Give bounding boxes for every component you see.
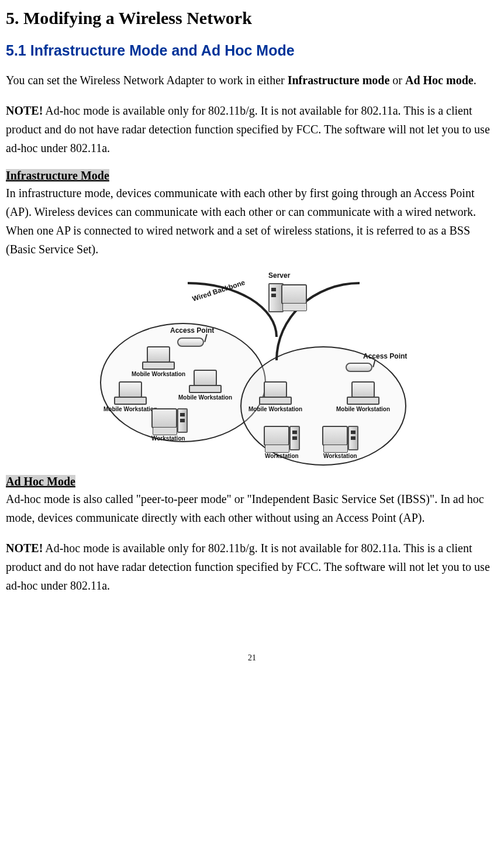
mobile-ws-label: Mobile Workstation xyxy=(336,406,390,412)
mobile-ws-label: Mobile Workstation xyxy=(178,394,232,401)
access-point-left-icon xyxy=(177,337,204,347)
section-title: 5. Modifying a Wireless Network xyxy=(6,8,498,28)
note-label: NOTE! xyxy=(6,542,43,555)
server-monitor-icon xyxy=(281,284,308,311)
workstation-label: Workstation xyxy=(265,453,299,459)
mobile-ws-label: Mobile Workstation xyxy=(132,371,185,377)
access-point-right-label: Access Point xyxy=(363,352,407,360)
intro-text: You can set the Wireless Network Adapter… xyxy=(6,74,288,87)
intro-paragraph: You can set the Wireless Network Adapter… xyxy=(6,71,498,89)
mobile-ws-label: Mobile Workstation xyxy=(103,406,157,412)
intro-mid: or xyxy=(389,74,405,87)
note-label: NOTE! xyxy=(6,104,43,117)
infra-head: Infrastructure Mode xyxy=(6,169,109,182)
workstation-label: Workstation xyxy=(151,435,185,442)
workstation-label: Workstation xyxy=(323,453,357,459)
workstation-icon xyxy=(322,426,349,453)
mobile-ws-label: Mobile Workstation xyxy=(248,406,302,412)
infra-body: In infrastructure mode, devices communic… xyxy=(6,184,498,259)
intro-bold-1: Infrastructure mode xyxy=(288,74,390,87)
infra-head-wrap: Infrastructure Mode xyxy=(6,169,498,182)
adhoc-head-wrap: Ad Hoc Mode xyxy=(6,475,498,488)
workstation-tower-icon xyxy=(348,426,358,450)
diagram-container: Server Wired Backbone Access Point Acces… xyxy=(6,270,498,469)
workstation-tower-icon xyxy=(289,426,300,450)
laptop-icon xyxy=(141,346,174,370)
note-body: Ad-hoc mode is available only for 802.11… xyxy=(6,104,490,154)
laptop-icon xyxy=(113,381,146,405)
note-paragraph-2: NOTE! Ad-hoc mode is available only for … xyxy=(6,539,498,595)
access-point-right-icon xyxy=(346,363,372,372)
access-point-left-label: Access Point xyxy=(170,326,214,335)
workstation-icon xyxy=(151,408,178,435)
adhoc-head: Ad Hoc Mode xyxy=(6,475,75,488)
adhoc-body: Ad-hoc mode is also called "peer-to-peer… xyxy=(6,490,498,527)
laptop-icon xyxy=(346,381,378,405)
workstation-icon xyxy=(264,426,291,453)
server-label: Server xyxy=(268,271,290,280)
subsection-title: 5.1 Infrastructure Mode and Ad Hoc Mode xyxy=(6,42,498,59)
note-paragraph-1: NOTE! Ad-hoc mode is available only for … xyxy=(6,101,498,157)
workstation-tower-icon xyxy=(177,408,188,433)
laptop-icon xyxy=(258,381,291,405)
page-number: 21 xyxy=(6,653,498,663)
intro-bold-2: Ad Hoc mode xyxy=(405,74,474,87)
note-body: Ad-hoc mode is available only for 802.11… xyxy=(6,542,490,592)
network-diagram: Server Wired Backbone Access Point Acces… xyxy=(88,270,416,469)
intro-post: . xyxy=(474,74,477,87)
laptop-icon xyxy=(188,370,220,393)
